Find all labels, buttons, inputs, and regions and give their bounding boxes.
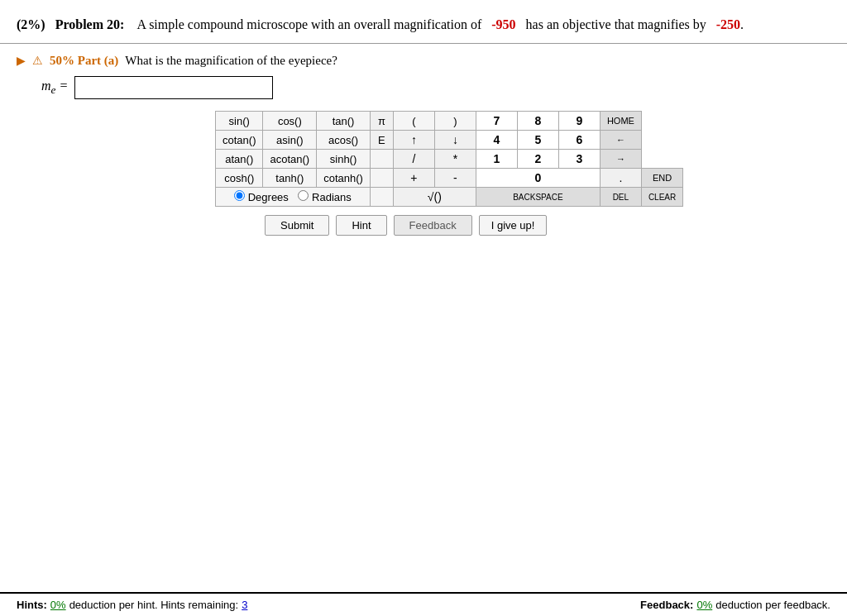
backspace-button[interactable]: BACKSPACE — [476, 188, 600, 207]
submit-button[interactable]: Submit — [265, 215, 329, 236]
up-arrow-button[interactable]: ↑ — [393, 131, 434, 150]
home-button[interactable]: HOME — [600, 112, 641, 131]
answer-label: me = — [41, 79, 68, 97]
problem-header: (2%) Problem 20: A simple compound micro… — [0, 0, 847, 43]
hints-footer: Hints: 0% deduction per hint. Hints rema… — [0, 592, 847, 616]
atan-button[interactable]: atan() — [216, 150, 263, 169]
plus-button[interactable]: + — [393, 169, 434, 188]
radians-label[interactable]: Radians — [298, 191, 351, 203]
answer-row: me = — [41, 76, 830, 99]
cosh-button[interactable]: cosh() — [216, 169, 263, 188]
buttons-row: Submit Hint Feedback I give up! — [265, 215, 830, 236]
hint-button[interactable]: Hint — [336, 215, 386, 236]
radians-radio[interactable] — [298, 190, 309, 201]
problem-period: . — [740, 17, 744, 31]
sin-button[interactable]: sin() — [216, 112, 263, 131]
close-paren-button[interactable]: ) — [434, 112, 476, 131]
tanh-button[interactable]: tanh() — [263, 169, 317, 188]
part-percent-label: 50% Part (a) — [50, 54, 118, 68]
num-6-button[interactable]: 6 — [558, 131, 600, 150]
mag-obj: -250 — [716, 17, 740, 31]
part-question: What is the magnification of the eyepiec… — [125, 54, 337, 68]
give-up-button[interactable]: I give up! — [479, 215, 548, 236]
problem-label: Problem 20: — [55, 17, 125, 31]
open-paren-button[interactable]: ( — [393, 112, 434, 131]
dot-button[interactable]: . — [600, 169, 641, 188]
cotanh-button[interactable]: cotanh() — [317, 169, 371, 188]
warning-icon: ⚠ — [32, 54, 43, 68]
num-5-button[interactable]: 5 — [517, 131, 558, 150]
num-7-button[interactable]: 7 — [476, 112, 517, 131]
sqrt-button[interactable]: √() — [393, 188, 476, 207]
empty-cell-2 — [370, 169, 393, 188]
mag-overall: -950 — [491, 17, 515, 31]
end-button[interactable]: END — [641, 169, 682, 188]
e-button[interactable]: E — [370, 131, 393, 150]
right-arrow-button[interactable]: → — [600, 150, 641, 169]
tan-button[interactable]: tan() — [317, 112, 371, 131]
problem-percent: (2%) — [17, 17, 45, 31]
feedback-label: Feedback: — [640, 599, 693, 611]
degrees-radios-cell: Degrees Radians — [216, 188, 371, 207]
empty-cell-3 — [370, 188, 393, 207]
empty-cell-1 — [370, 150, 393, 169]
answer-input[interactable] — [74, 76, 273, 99]
hint-deduction-text: deduction per hint. Hints remaining: — [69, 599, 239, 611]
clear-button[interactable]: CLEAR — [641, 188, 682, 207]
hints-label: Hints: — [17, 599, 47, 611]
num-0-button[interactable]: 0 — [476, 169, 600, 188]
num-2-button[interactable]: 2 — [517, 150, 558, 169]
hints-remaining[interactable]: 3 — [242, 599, 247, 611]
problem-description: A simple compound microscope with an ove… — [136, 17, 481, 31]
feedback-button[interactable]: Feedback — [394, 215, 472, 236]
degrees-radio[interactable] — [234, 190, 245, 201]
del-button[interactable]: DEL — [600, 188, 641, 207]
down-arrow-button[interactable]: ↓ — [434, 131, 476, 150]
back-arrow-button[interactable]: ← — [600, 131, 641, 150]
cos-button[interactable]: cos() — [263, 112, 317, 131]
num-3-button[interactable]: 3 — [558, 150, 600, 169]
problem-connector: has an objective that magnifies by — [526, 17, 706, 31]
calculator-area: sin() cos() tan() π ( ) 7 8 9 HOME cotan… — [215, 111, 830, 207]
hints-right: Feedback: 0% deduction per feedback. — [640, 599, 830, 611]
acos-button[interactable]: acos() — [317, 131, 371, 150]
asin-button[interactable]: asin() — [263, 131, 317, 150]
play-icon: ▶ — [17, 54, 26, 68]
acotan-button[interactable]: acotan() — [263, 150, 317, 169]
hint-percent: 0% — [50, 599, 66, 611]
feedback-percent: 0% — [696, 599, 712, 611]
num-9-button[interactable]: 9 — [558, 112, 600, 131]
num-1-button[interactable]: 1 — [476, 150, 517, 169]
feedback-deduction-text: deduction per feedback. — [715, 599, 830, 611]
sinh-button[interactable]: sinh() — [317, 150, 371, 169]
part-a-section: ▶ ⚠ 50% Part (a) What is the magnificati… — [0, 44, 847, 236]
num-4-button[interactable]: 4 — [476, 131, 517, 150]
part-label-row: ▶ ⚠ 50% Part (a) What is the magnificati… — [17, 54, 830, 68]
pi-button[interactable]: π — [370, 112, 393, 131]
hints-left: Hints: 0% deduction per hint. Hints rema… — [17, 599, 247, 611]
cotan-button[interactable]: cotan() — [216, 131, 263, 150]
degrees-label[interactable]: Degrees — [234, 191, 291, 203]
star-button[interactable]: * — [434, 150, 476, 169]
calc-table: sin() cos() tan() π ( ) 7 8 9 HOME cotan… — [215, 111, 683, 207]
num-8-button[interactable]: 8 — [517, 112, 558, 131]
minus-button[interactable]: - — [434, 169, 476, 188]
slash-button[interactable]: / — [393, 150, 434, 169]
